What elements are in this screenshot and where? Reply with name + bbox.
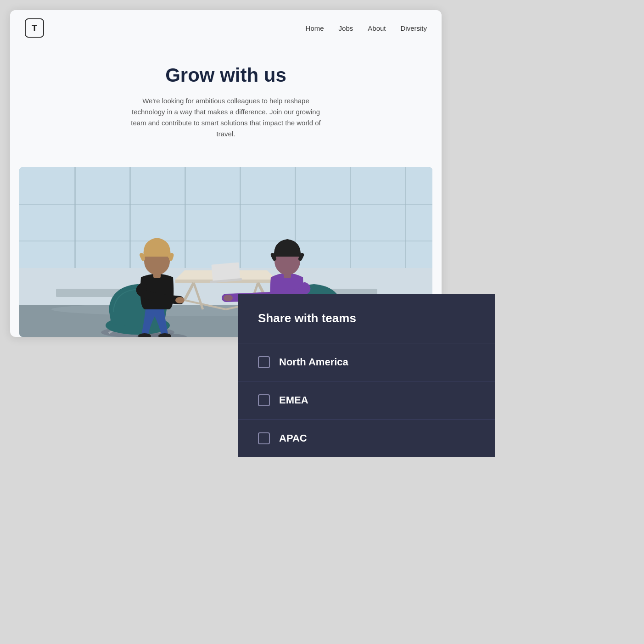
svg-rect-10 <box>19 241 432 241</box>
svg-point-45 <box>224 295 233 301</box>
nav-bar: T Home Jobs About Diversity <box>10 10 442 46</box>
apac-label: APAC <box>279 432 307 444</box>
share-header: Share with teams <box>238 294 495 343</box>
share-panel: Share with teams North America EMEA APAC <box>238 294 495 457</box>
website-card: T Home Jobs About Diversity Grow with us… <box>10 10 442 337</box>
north-america-checkbox[interactable] <box>258 356 270 368</box>
emea-label: EMEA <box>279 394 308 406</box>
hero-section: Grow with us We're looking for ambitious… <box>10 46 442 153</box>
svg-rect-8 <box>405 167 406 268</box>
svg-rect-5 <box>240 167 241 268</box>
apac-checkbox[interactable] <box>258 432 270 444</box>
logo-letter: T <box>32 23 37 34</box>
team-item-apac: APAC <box>238 419 495 457</box>
team-item-emea: EMEA <box>238 381 495 419</box>
svg-rect-9 <box>19 204 432 205</box>
team-item-north-america: North America <box>238 343 495 381</box>
nav-about[interactable]: About <box>368 24 386 32</box>
hero-subtitle: We're looking for ambitious colleagues t… <box>129 95 322 140</box>
svg-rect-1 <box>19 167 432 268</box>
north-america-label: North America <box>279 356 348 368</box>
svg-rect-4 <box>185 167 186 268</box>
logo: T <box>25 18 44 38</box>
page-wrapper: T Home Jobs About Diversity Grow with us… <box>0 0 644 644</box>
svg-rect-2 <box>74 167 76 268</box>
emea-checkbox[interactable] <box>258 394 270 406</box>
nav-home[interactable]: Home <box>306 24 324 32</box>
svg-rect-3 <box>129 167 131 268</box>
hero-title: Grow with us <box>25 64 427 86</box>
svg-rect-7 <box>350 167 351 268</box>
nav-jobs[interactable]: Jobs <box>339 24 353 32</box>
share-title: Share with teams <box>258 311 356 325</box>
nav-diversity[interactable]: Diversity <box>400 24 427 32</box>
svg-point-39 <box>175 297 185 303</box>
nav-links: Home Jobs About Diversity <box>306 24 427 32</box>
